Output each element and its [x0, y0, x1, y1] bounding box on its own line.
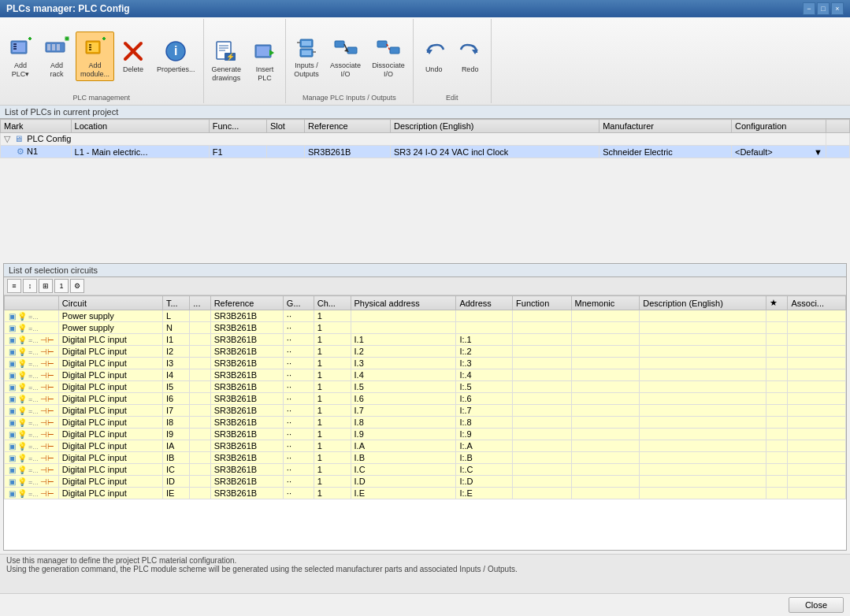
col-slot[interactable]: Slot [266, 120, 304, 133]
maximize-button[interactable]: □ [817, 2, 830, 15]
circuit-row[interactable]: ▣💡=...Power supplyLSR3B261B··1 [5, 310, 846, 322]
circuits-cols-btn[interactable]: ⚙ [70, 279, 84, 293]
circuit-cell [766, 381, 788, 393]
circuit-cell: I.C [351, 464, 456, 476]
circuit-checkbox-icon[interactable]: ▣ [9, 442, 16, 451]
col-configuration[interactable]: Configuration [732, 120, 826, 133]
circuit-checkbox-icon[interactable]: ▣ [9, 359, 16, 368]
dissociate-io-button[interactable]: DissociateI/O [367, 32, 410, 82]
cth-desc[interactable]: Description (English) [640, 296, 766, 310]
collapse-icon[interactable]: ▽ [4, 134, 10, 143]
circuit-checkbox-icon[interactable]: ▣ [9, 430, 16, 439]
svg-rect-42 [347, 47, 357, 54]
circuit-cell: ·· [283, 405, 314, 417]
cth-type[interactable]: T... [162, 296, 189, 310]
config-dropdown-arrow[interactable]: ▼ [814, 147, 822, 157]
col-description[interactable]: Description (English) [390, 120, 599, 133]
circuit-checkbox-icon[interactable]: ▣ [9, 336, 16, 344]
circuit-row[interactable]: ▣💡=...⊣⊢Digital PLC inputIBSR3B261B··1I.… [5, 452, 846, 464]
cth-ch[interactable]: Ch... [314, 296, 351, 310]
circuit-connector-icon: ⊣⊢ [40, 406, 54, 415]
col-mark[interactable]: Mark [1, 120, 72, 133]
circuit-checkbox-icon[interactable]: ▣ [9, 406, 16, 415]
circuit-cell: I.7 [351, 405, 456, 417]
circuit-row[interactable]: ▣💡=...⊣⊢Digital PLC inputI9SR3B261B··1I.… [5, 429, 846, 440]
cth-addr[interactable]: Address [456, 296, 513, 310]
circuit-row[interactable]: ▣💡=...⊣⊢Digital PLC inputIASR3B261B··1I.… [5, 440, 846, 452]
col-func[interactable]: Func... [209, 120, 266, 133]
associate-io-button[interactable]: AssociateI/O [325, 32, 366, 82]
circuit-row[interactable]: ▣💡=...⊣⊢Digital PLC inputI5SR3B261B··1I.… [5, 381, 846, 393]
col-location[interactable]: Location [71, 120, 209, 133]
minimize-button[interactable]: − [803, 2, 815, 15]
cth-star[interactable]: ★ [766, 296, 788, 310]
circuit-row[interactable]: ▣💡=...⊣⊢Digital PLC inputICSR3B261B··1I.… [5, 464, 846, 476]
cth-reference[interactable]: Reference [210, 296, 283, 310]
circuit-cell [456, 310, 513, 322]
cth-phys[interactable]: Physical address [351, 296, 456, 310]
undo-button[interactable]: Undo [417, 35, 451, 77]
circuit-row[interactable]: ▣💡=...⊣⊢Digital PLC inputI7SR3B261B··1I.… [5, 405, 846, 417]
circuit-checkbox-icon[interactable]: ▣ [9, 418, 16, 427]
circuit-cell [513, 464, 571, 476]
circuits-sort-btn[interactable]: ↕ [23, 279, 37, 293]
circuit-row[interactable]: ▣💡=...⊣⊢Digital PLC inputI1SR3B261B··1I.… [5, 334, 846, 346]
circuit-checkbox-icon[interactable]: ▣ [9, 371, 16, 380]
circuit-cell: I:.9 [456, 429, 513, 440]
circuit-cell [640, 322, 766, 334]
circuits-expand-btn[interactable]: 1 [54, 279, 69, 293]
plc-n1-row[interactable]: ⚙ N1 L1 - Main electric... F1 SR3B261B S… [1, 146, 850, 158]
cth-circuit[interactable]: Circuit [58, 296, 162, 310]
close-window-button[interactable]: × [831, 2, 844, 15]
window-title: PLCs manager: PLC Config [6, 3, 130, 14]
add-plc-button[interactable]: AddPLC▾ [3, 32, 38, 82]
circuit-checkbox-icon[interactable]: ▣ [9, 347, 16, 356]
circuit-checkbox-icon[interactable]: ▣ [9, 489, 16, 498]
generate-drawings-button[interactable]: ⚡ Generatedrawings [207, 35, 247, 86]
properties-button[interactable]: i Properties... [152, 35, 200, 77]
circuits-table-wrapper[interactable]: Circuit T... ... Reference G... Ch... Ph… [4, 295, 846, 550]
col-reference[interactable]: Reference [304, 120, 390, 133]
add-rack-button[interactable]: Addrack [39, 32, 74, 82]
circuit-cell [513, 393, 571, 405]
circuit-row[interactable]: ▣💡=...⊣⊢Digital PLC inputI8SR3B261B··1I.… [5, 417, 846, 429]
circuit-row[interactable]: ▣💡=...⊣⊢Digital PLC inputI2SR3B261B··1I.… [5, 346, 846, 358]
cth-extra[interactable]: ... [190, 296, 210, 310]
generate-drawings-label: Generatedrawings [212, 65, 242, 83]
circuits-filter-btn[interactable]: ≡ [7, 279, 21, 293]
cth-func[interactable]: Function [513, 296, 571, 310]
circuit-row[interactable]: ▣💡=...⊣⊢Digital PLC inputI6SR3B261B··1I.… [5, 393, 846, 405]
circuit-checkbox-icon[interactable]: ▣ [9, 454, 16, 462]
circuit-checkbox-icon[interactable]: ▣ [9, 477, 16, 486]
close-button[interactable]: Close [789, 597, 844, 613]
insert-plc-icon [252, 39, 277, 64]
circuit-cell: I2 [162, 346, 189, 358]
circuit-checkbox-icon[interactable]: ▣ [9, 312, 16, 321]
circuit-checkbox-icon[interactable]: ▣ [9, 324, 16, 332]
circuit-cell: SR3B261B [210, 310, 283, 322]
circuit-checkbox-icon[interactable]: ▣ [9, 395, 16, 403]
circuit-cell: 1 [314, 440, 351, 452]
circuit-cell: I:.5 [456, 381, 513, 393]
circuit-checkbox-icon[interactable]: ▣ [9, 383, 16, 391]
circuit-cell: SR3B261B [210, 393, 283, 405]
cth-assoc[interactable]: Associ... [788, 296, 846, 310]
col-manufacturer[interactable]: Manufacturer [599, 120, 732, 133]
plc-table-wrapper[interactable]: Mark Location Func... Slot Reference Des… [0, 119, 850, 263]
delete-button[interactable]: Delete [116, 35, 150, 77]
circuit-checkbox-icon[interactable]: ▣ [9, 466, 16, 474]
circuit-cell: SR3B261B [210, 464, 283, 476]
add-module-button[interactable]: Addmodule... [76, 32, 114, 82]
redo-button[interactable]: Redo [453, 35, 488, 77]
circuit-row[interactable]: ▣💡=...Power supplyNSR3B261B··1 [5, 322, 846, 334]
cth-mnem[interactable]: Mnemonic [571, 296, 640, 310]
inputs-outputs-button[interactable]: Inputs /Outputs [289, 32, 324, 82]
circuit-row[interactable]: ▣💡=...⊣⊢Digital PLC inputIESR3B261B··1I.… [5, 488, 846, 499]
circuit-row[interactable]: ▣💡=...⊣⊢Digital PLC inputI3SR3B261B··1I.… [5, 358, 846, 369]
cth-g[interactable]: G... [283, 296, 314, 310]
circuit-row[interactable]: ▣💡=...⊣⊢Digital PLC inputI4SR3B261B··1I.… [5, 369, 846, 381]
circuit-row[interactable]: ▣💡=...⊣⊢Digital PLC inputIDSR3B261B··1I.… [5, 476, 846, 488]
circuit-cell [766, 429, 788, 440]
circuits-group-btn[interactable]: ⊞ [39, 279, 53, 293]
insert-plc-button[interactable]: InsertPLC [247, 35, 282, 86]
